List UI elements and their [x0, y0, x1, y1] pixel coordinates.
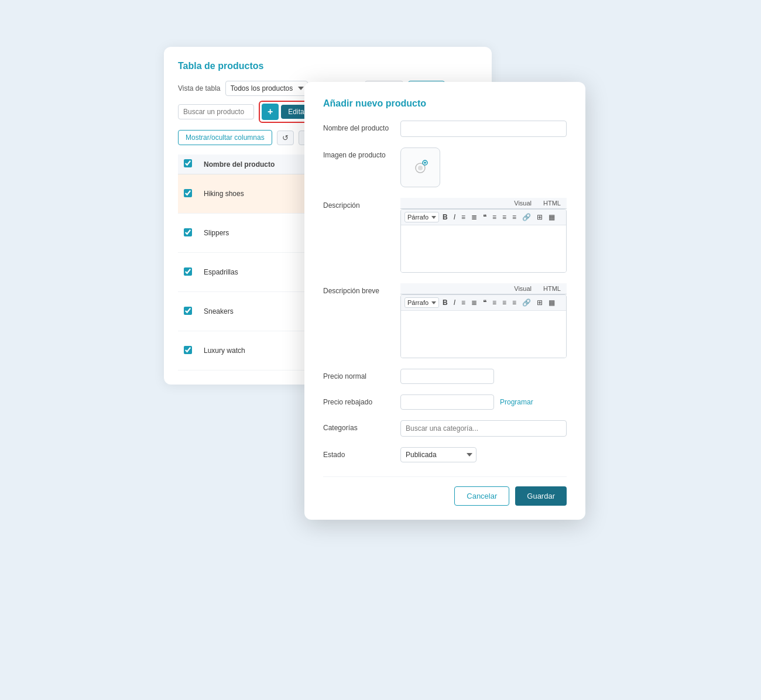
row-checkbox[interactable]: [184, 346, 192, 354]
descripcion-editor-tabs: Visual HTML: [400, 198, 567, 209]
italic-button[interactable]: I: [451, 212, 458, 222]
align-right-button-2[interactable]: ≡: [510, 297, 519, 308]
precio-rebajado-control: Programar: [400, 394, 567, 410]
imagen-control: [400, 147, 567, 187]
svg-point-19: [418, 166, 423, 170]
show-columns-button[interactable]: Mostrar/ocultar columnas: [178, 130, 272, 145]
visual-tab[interactable]: Visual: [508, 198, 537, 208]
page-title: Tabla de productos: [178, 61, 478, 71]
modal-footer: Cancelar Guardar: [323, 476, 567, 506]
editor-toolbar-2: Párrafo B I ≡ ≣ ❝ ≡ ≡ ≡ 🔗 ⊞ ▦: [401, 295, 566, 311]
camera-plus-icon: [411, 158, 430, 177]
descripcion-breve-editor-content[interactable]: [401, 311, 566, 358]
precio-rebajado-field-row: Precio rebajado Programar: [323, 394, 567, 410]
descripcion-field-row: Descripción Visual HTML Párrafo B I: [323, 198, 567, 273]
cancel-button[interactable]: Cancelar: [454, 486, 509, 506]
nombre-input[interactable]: [400, 121, 567, 137]
list-ol-button[interactable]: ≣: [469, 212, 479, 222]
precio-normal-field-row: Precio normal: [323, 369, 567, 384]
row-checkbox[interactable]: [184, 307, 192, 315]
descripcion-breve-field-row: Descripción breve Visual HTML Párrafo B …: [323, 283, 567, 358]
align-left-button[interactable]: ≡: [490, 212, 499, 222]
imagen-field-row: Imagen de producto: [323, 147, 567, 187]
nombre-label: Nombre del producto: [323, 121, 393, 132]
descripcion-breve-editor-tabs: Visual HTML: [400, 283, 567, 294]
descripcion-editor-content[interactable]: [401, 225, 566, 272]
precio-normal-control: [400, 369, 567, 384]
vista-select[interactable]: Todos los productos: [225, 81, 308, 96]
list-ul-button[interactable]: ≡: [459, 212, 468, 222]
save-button[interactable]: Guardar: [515, 486, 567, 506]
align-right-button[interactable]: ≡: [510, 212, 519, 222]
descripcion-control: Visual HTML Párrafo B I ≡ ≣ ❝: [400, 198, 567, 273]
row-checkbox[interactable]: [184, 267, 192, 276]
add-product-button[interactable]: +: [262, 104, 279, 120]
visual-tab-2[interactable]: Visual: [508, 283, 537, 294]
add-product-modal: Añadir nuevo producto Nombre del product…: [304, 82, 585, 520]
align-center-button-2[interactable]: ≡: [500, 297, 509, 308]
categorias-control: [400, 420, 567, 437]
list-ul-button-2[interactable]: ≡: [459, 297, 468, 308]
undo-button[interactable]: ↺: [277, 131, 294, 145]
descripcion-editor: Párrafo B I ≡ ≣ ❝ ≡ ≡ ≡ 🔗 ⊞ ▦: [400, 209, 567, 273]
row-checkbox[interactable]: [184, 228, 192, 236]
table-button[interactable]: ⊞: [534, 212, 545, 222]
precio-rebajado-label: Precio rebajado: [323, 394, 393, 406]
italic-button-2[interactable]: I: [451, 297, 458, 308]
media-button[interactable]: ▦: [546, 212, 557, 222]
nombre-control: [400, 121, 567, 137]
descripcion-label: Descripción: [323, 198, 393, 210]
categorias-label: Categorías: [323, 420, 393, 432]
precio-rebajado-input[interactable]: [400, 394, 494, 410]
paragraph-select-2[interactable]: Párrafo: [405, 297, 439, 308]
vista-label: Vista de tabla: [178, 84, 221, 92]
search-input[interactable]: [178, 104, 254, 119]
modal-overlay: Añadir nuevo producto Nombre del product…: [304, 82, 585, 520]
html-tab[interactable]: HTML: [537, 198, 567, 208]
align-center-button[interactable]: ≡: [500, 212, 509, 222]
align-left-button-2[interactable]: ≡: [490, 297, 499, 308]
blockquote-button[interactable]: ❝: [481, 212, 489, 222]
programar-link[interactable]: Programar: [500, 398, 533, 406]
link-button-2[interactable]: 🔗: [520, 297, 533, 308]
media-button-2[interactable]: ▦: [546, 297, 557, 308]
imagen-label: Imagen de producto: [323, 147, 393, 159]
estado-label: Estado: [323, 447, 393, 459]
html-tab-2[interactable]: HTML: [537, 283, 567, 294]
list-ol-button-2[interactable]: ≣: [469, 297, 479, 308]
estado-select[interactable]: Publicada: [400, 447, 477, 462]
categorias-input[interactable]: [400, 420, 567, 437]
descripcion-breve-label: Descripción breve: [323, 283, 393, 295]
bold-button[interactable]: B: [440, 212, 450, 222]
modal-title: Añadir nuevo producto: [323, 98, 567, 109]
editor-toolbar-1: Párrafo B I ≡ ≣ ❝ ≡ ≡ ≡ 🔗 ⊞ ▦: [401, 210, 566, 225]
table-button-2[interactable]: ⊞: [534, 297, 545, 308]
precio-normal-label: Precio normal: [323, 369, 393, 380]
descripcion-breve-control: Visual HTML Párrafo B I ≡ ≣ ❝: [400, 283, 567, 358]
nombre-field-row: Nombre del producto: [323, 121, 567, 137]
bold-button-2[interactable]: B: [440, 297, 450, 308]
categorias-field-row: Categorías: [323, 420, 567, 437]
estado-field-row: Estado Publicada: [323, 447, 567, 462]
estado-control: Publicada: [400, 447, 567, 462]
blockquote-button-2[interactable]: ❝: [481, 297, 489, 308]
image-upload-button[interactable]: [400, 147, 440, 187]
select-all-checkbox[interactable]: [184, 159, 192, 167]
paragraph-select[interactable]: Párrafo: [405, 212, 439, 222]
precio-normal-input[interactable]: [400, 369, 494, 384]
row-checkbox[interactable]: [184, 189, 192, 197]
descripcion-breve-editor: Párrafo B I ≡ ≣ ❝ ≡ ≡ ≡ 🔗 ⊞ ▦: [400, 294, 567, 358]
link-button[interactable]: 🔗: [520, 212, 533, 222]
